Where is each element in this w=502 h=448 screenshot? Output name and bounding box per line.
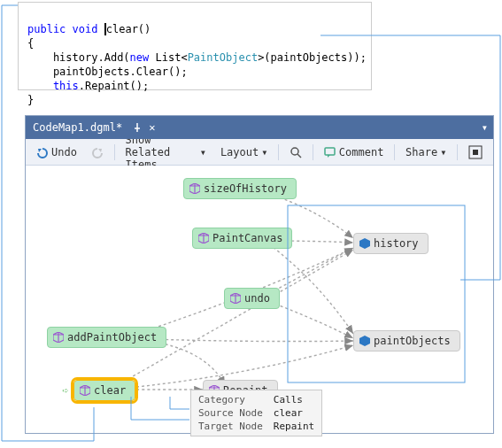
tooltip-key-source: Source Node bbox=[198, 407, 263, 419]
method-icon bbox=[198, 233, 209, 243]
code-editor-panel: public void clear() { history.Add(new Li… bbox=[18, 2, 372, 90]
field-icon bbox=[359, 336, 370, 346]
close-icon[interactable]: ✕ bbox=[149, 121, 155, 134]
tooltip-val-source: clear bbox=[274, 407, 314, 419]
method-icon bbox=[189, 183, 200, 194]
tooltip-key-target: Target Node bbox=[198, 421, 263, 432]
node-paintcanvas[interactable]: PaintCanvas bbox=[192, 228, 292, 249]
node-addpaintobject[interactable]: addPaintObject bbox=[47, 327, 166, 348]
keyword-public: public bbox=[27, 23, 66, 35]
layout-button[interactable]: Layout ▾ bbox=[215, 143, 274, 161]
method-icon bbox=[80, 385, 90, 396]
svg-point-0 bbox=[291, 148, 298, 155]
tooltip-val-category: Calls bbox=[274, 394, 314, 406]
tooltip-val-target: Repaint bbox=[274, 421, 314, 432]
tooltip-key-category: Category bbox=[198, 394, 263, 406]
node-undo[interactable]: undo bbox=[224, 288, 280, 309]
comment-icon bbox=[324, 146, 336, 158]
pin-icon[interactable] bbox=[133, 123, 142, 132]
undo-icon bbox=[36, 146, 49, 158]
field-icon bbox=[359, 238, 370, 249]
tab-title[interactable]: CodeMap1.dgml* bbox=[33, 121, 122, 134]
node-history[interactable]: history bbox=[353, 233, 429, 254]
window-menu-dropdown-icon[interactable]: ▾ bbox=[482, 121, 488, 134]
undo-button[interactable]: Undo bbox=[31, 143, 82, 161]
method-name: clear bbox=[106, 23, 138, 35]
node-paintobjects[interactable]: paintObjects bbox=[353, 330, 460, 351]
node-clear[interactable]: ➪ clear bbox=[73, 380, 135, 401]
keyword-void: void bbox=[73, 23, 98, 35]
svg-line-1 bbox=[297, 154, 301, 158]
search-icon bbox=[290, 146, 302, 158]
redo-button[interactable] bbox=[86, 143, 109, 161]
fit-button[interactable] bbox=[463, 143, 488, 162]
chevron-down-icon: ▾ bbox=[200, 146, 206, 158]
svg-rect-2 bbox=[325, 148, 335, 155]
share-button[interactable]: Share ▾ bbox=[400, 143, 452, 161]
edge-tooltip: Category Calls Source Node clear Target … bbox=[190, 390, 322, 436]
chevron-down-icon: ▾ bbox=[440, 146, 446, 158]
codemap-titlebar: CodeMap1.dgml* ✕ ▾ bbox=[26, 116, 493, 139]
svg-rect-4 bbox=[473, 150, 478, 155]
node-sizeofhistory[interactable]: sizeOfHistory bbox=[183, 178, 297, 199]
method-icon bbox=[53, 332, 64, 343]
current-location-icon: ➪ bbox=[62, 384, 68, 397]
comment-button[interactable]: Comment bbox=[319, 143, 390, 161]
codemap-toolbar: Undo Show Related Items ▾ Layout ▾ Comme… bbox=[26, 139, 493, 166]
redo-icon bbox=[91, 146, 104, 158]
codemap-window: CodeMap1.dgml* ✕ ▾ Undo Show Related Ite… bbox=[25, 115, 494, 434]
fit-to-screen-icon bbox=[468, 145, 483, 159]
chevron-down-icon: ▾ bbox=[261, 146, 267, 158]
search-button[interactable] bbox=[284, 143, 307, 161]
method-icon bbox=[230, 293, 241, 304]
